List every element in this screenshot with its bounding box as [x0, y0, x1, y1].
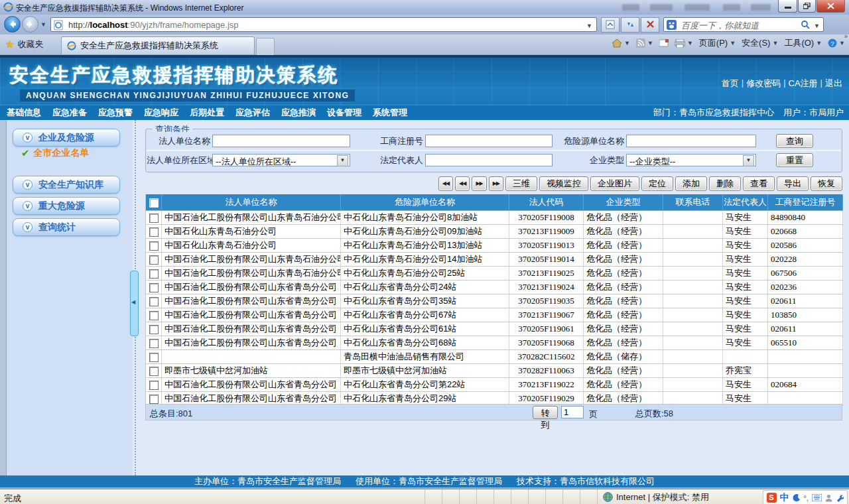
table-row[interactable]: 即墨市七级镇中岔河加油站 即墨市七级镇中岔河加油站 370282F110063 …	[146, 364, 843, 378]
compatibility-view-button[interactable]	[601, 17, 620, 32]
page-number-input[interactable]	[561, 406, 584, 418]
nav-menu-item[interactable]: 应急预警	[98, 107, 133, 119]
row-checkbox[interactable]	[149, 255, 159, 265]
nav-menu-item[interactable]: 应急评估	[235, 107, 270, 119]
sidebar-collapse-handle[interactable]: ◀	[130, 271, 139, 336]
toolbar-button[interactable]: 企业图片	[590, 176, 639, 191]
minimize-button[interactable]	[778, 0, 797, 13]
nav-menu-item[interactable]: 应急准备	[52, 107, 87, 119]
url-dropdown-icon[interactable]: ▼	[586, 23, 592, 29]
back-button[interactable]	[4, 16, 21, 32]
chinese-mode-icon[interactable]: 中	[780, 492, 789, 504]
search-input[interactable]	[680, 19, 795, 32]
table-row[interactable]: 中国石化山东青岛石油分公司 中石化山东青岛石油分公司13加油站 370205F1…	[146, 239, 843, 253]
search-button[interactable]: 查询	[776, 134, 813, 148]
toolbar-button[interactable]: 添加	[675, 176, 707, 191]
row-checkbox[interactable]	[149, 353, 159, 362]
soft-keyboard-icon[interactable]	[812, 494, 822, 501]
table-row[interactable]: 中国石油化工股份有限公司山东省青岛分公司 中石化山东省青岛分公司67站 3702…	[146, 308, 843, 322]
enterprise-type-select[interactable]: --企业类型-- ▼	[626, 154, 756, 166]
table-row[interactable]: 青岛田横中油油品销售有限公司 370282C115602 危化品（储存）	[146, 350, 843, 364]
table-row[interactable]: 中国石油化工股份有限公司山东青岛石油分公司 中石化山东青岛石油分公司8加油站 3…	[146, 211, 843, 225]
row-checkbox[interactable]	[149, 283, 159, 292]
sidebar-group-enterprise-hazard[interactable]: v 企业及危险源	[13, 129, 120, 147]
row-checkbox[interactable]	[149, 367, 159, 376]
overflow-chevron-icon[interactable]: »	[844, 32, 848, 40]
nav-menu-item[interactable]: 系统管理	[373, 107, 407, 119]
wrench-settings-icon[interactable]	[836, 494, 844, 502]
business-reg-input[interactable]	[425, 135, 553, 147]
reset-button[interactable]: 重置	[776, 153, 813, 167]
header-link[interactable]: 首页	[722, 78, 739, 90]
nav-menu-item[interactable]: 应急推演	[281, 107, 316, 119]
legal-representative-input[interactable]	[425, 154, 553, 166]
table-row[interactable]: 中国石化山东青岛石油分公司 中石化山东青岛石油分公司09加油站 370213F1…	[146, 225, 843, 239]
search-box[interactable]: ▼	[663, 17, 824, 32]
restore-button[interactable]	[798, 0, 816, 13]
row-checkbox[interactable]	[149, 214, 159, 223]
first-page-button[interactable]: ◀◀	[438, 176, 453, 191]
read-mail-button[interactable]	[659, 39, 669, 47]
feeds-button[interactable]: ▼	[636, 38, 653, 48]
header-link[interactable]: 退出	[825, 78, 842, 90]
sidebar-group-query-statistics[interactable]: v 查询统计	[13, 218, 120, 236]
sogou-ime-icon[interactable]: S	[767, 493, 777, 503]
row-checkbox[interactable]	[149, 241, 159, 251]
close-button[interactable]	[816, 0, 845, 13]
user-icon[interactable]	[825, 494, 832, 502]
legal-region-select[interactable]: --法人单位所在区域-- ▼	[212, 154, 350, 166]
toolbar-button[interactable]: 导出	[777, 176, 809, 191]
toolbar-button[interactable]: 恢复	[811, 176, 842, 191]
sidebar-group-safety-knowledge[interactable]: v 安全生产知识库	[13, 176, 120, 194]
header-link[interactable]: CA注册	[789, 78, 818, 90]
row-checkbox[interactable]	[149, 227, 159, 237]
page-menu[interactable]: 页面(P)▼	[699, 37, 736, 49]
row-checkbox[interactable]	[149, 325, 159, 334]
table-row[interactable]: 中国石油化工股份有限公司山东省青岛分公司 中石化山东省青岛分公司35站 3702…	[146, 294, 843, 308]
refresh-button[interactable]	[621, 17, 639, 32]
table-row[interactable]: 中国石油化工股份有限公司山东省青岛分公司 中石化山东省青岛分公司24站 3702…	[146, 281, 843, 294]
toolbar-button[interactable]: 查看	[743, 176, 775, 191]
table-row[interactable]: 中国石油化工股份有限公司山东青岛石油分公司 中石化山东青岛石油分公司14加油站 …	[146, 253, 843, 267]
toolbar-button[interactable]: 定位	[641, 176, 673, 191]
row-checkbox[interactable]	[149, 395, 159, 404]
row-checkbox[interactable]	[149, 297, 159, 306]
stop-button[interactable]	[641, 17, 659, 32]
hazard-unit-input[interactable]	[626, 135, 756, 147]
last-page-button[interactable]: ▶▶	[489, 176, 503, 191]
print-button[interactable]: ▼	[675, 39, 693, 48]
tools-menu[interactable]: 工具(O)▼	[784, 37, 822, 49]
table-row[interactable]: 中国石油化工股份有限公司山东省青岛分公司 中石化山东省青岛分公司61站 3702…	[146, 322, 843, 336]
next-page-button[interactable]: ▶▶	[472, 176, 486, 191]
nav-menu-item[interactable]: 后期处置	[190, 107, 224, 119]
help-menu[interactable]: ? ▼	[828, 38, 845, 48]
nav-menu-item[interactable]: 应急响应	[144, 107, 178, 119]
search-icon[interactable]	[801, 20, 810, 29]
select-all-checkbox[interactable]	[149, 198, 159, 208]
address-field[interactable]: http://localhost:90/yjzh/frame/homepage.…	[50, 17, 597, 32]
toolbar-button[interactable]: 视频监控	[539, 176, 588, 191]
toolbar-button[interactable]: 删除	[709, 176, 741, 191]
safety-menu[interactable]: 安全(S)▼	[742, 37, 778, 49]
search-dropdown-icon[interactable]: ▼	[814, 23, 820, 29]
sidebar-group-major-hazard[interactable]: v 重大危险源	[13, 197, 120, 215]
prev-page-button[interactable]: ◀◀	[455, 176, 470, 191]
new-tab-button[interactable]	[256, 38, 275, 55]
row-checkbox[interactable]	[149, 339, 159, 348]
table-row[interactable]: 中国石油化工股份有限公司山东省青岛分公司 中石化山东省青岛分公司68站 3702…	[146, 336, 843, 350]
legal-name-input[interactable]	[212, 135, 350, 147]
nav-menu-item[interactable]: 设备管理	[327, 107, 361, 119]
sidebar-item-city-enterprise-list[interactable]: ✔ 全市企业名单	[21, 147, 90, 159]
row-checkbox[interactable]	[149, 311, 159, 320]
forward-button[interactable]	[22, 16, 38, 32]
moon-icon[interactable]	[793, 494, 801, 502]
goto-page-button[interactable]: 转到	[533, 406, 558, 419]
favorites-button[interactable]: ★ 收藏夹	[5, 38, 43, 50]
home-button[interactable]: ▼	[612, 38, 630, 48]
toolbar-button[interactable]: 三维	[505, 176, 537, 191]
table-row[interactable]: 中国石油化工股份有限公司山东省青岛分公司 中石化山东省青岛分公司第22站 370…	[146, 378, 843, 392]
table-row[interactable]: 中国石油化工股份有限公司山东青岛石油分公司 中石化山东青岛石油分公司25站 37…	[146, 267, 843, 281]
header-link[interactable]: 修改密码	[746, 78, 781, 90]
row-checkbox[interactable]	[149, 381, 159, 390]
row-checkbox[interactable]	[149, 269, 159, 279]
